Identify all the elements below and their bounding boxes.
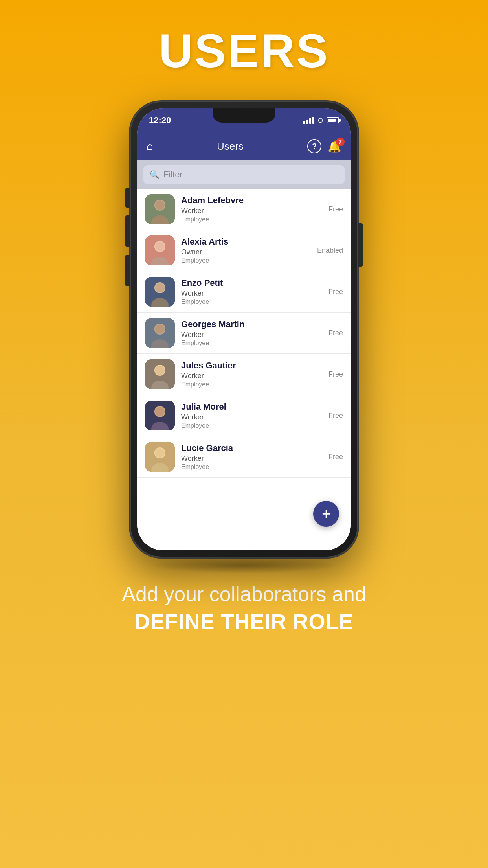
user-info: Alexia Artis Owner Employee (181, 237, 311, 264)
user-role: Worker (181, 372, 322, 380)
header-title: Users (217, 140, 244, 153)
search-icon: 🔍 (150, 170, 160, 179)
status-icons: ⊜ (303, 116, 339, 125)
user-role: Worker (181, 331, 322, 339)
phone-shadow (150, 557, 338, 573)
app-header: ⌂ Users ? 🔔 7 (137, 132, 351, 160)
avatar (145, 277, 175, 307)
filter-placeholder: Filter (163, 169, 183, 180)
user-name: Lucie Garcia (181, 443, 322, 453)
avatar (145, 442, 175, 472)
user-status: Free (328, 329, 343, 337)
user-status: Free (328, 288, 343, 296)
wifi-icon: ⊜ (317, 116, 323, 125)
battery-icon (327, 117, 339, 123)
user-info: Enzo Petit Worker Employee (181, 278, 322, 305)
user-info: Julia Morel Worker Employee (181, 402, 322, 429)
user-status: Free (328, 370, 343, 379)
user-name: Julia Morel (181, 402, 322, 412)
svg-point-11 (155, 283, 165, 292)
svg-point-19 (155, 366, 165, 375)
user-role: Worker (181, 454, 322, 463)
page-title: USERS (159, 24, 329, 78)
svg-point-15 (155, 324, 165, 334)
avatar (145, 401, 175, 430)
user-role: Worker (181, 413, 322, 421)
user-name: Enzo Petit (181, 278, 322, 288)
tagline-line1: Add your collaborators and (122, 581, 366, 608)
header-right-icons: ? 🔔 7 (307, 139, 341, 153)
user-info: Adam Lefebvre Worker Employee (181, 195, 322, 223)
status-time: 12:20 (149, 115, 171, 125)
list-item[interactable]: Georges Martin Worker Employee Free (137, 313, 351, 354)
user-name: Adam Lefebvre (181, 195, 322, 206)
user-type: Employee (181, 381, 322, 388)
user-info: Georges Martin Worker Employee (181, 319, 322, 347)
volume-up-button (125, 215, 130, 247)
svg-point-7 (155, 242, 165, 251)
volume-down-button (125, 255, 130, 286)
user-name: Jules Gautier (181, 360, 322, 371)
notch (213, 108, 275, 123)
user-info: Lucie Garcia Worker Employee (181, 443, 322, 471)
list-item[interactable]: Alexia Artis Owner Employee Enabled (137, 230, 351, 271)
svg-point-3 (155, 200, 165, 210)
tagline: Add your collaborators and DEFINE THEIR … (122, 581, 366, 635)
power-button (358, 223, 363, 267)
user-role: Worker (181, 289, 322, 298)
user-list: Adam Lefebvre Worker Employee Free (137, 189, 351, 550)
filter-bar: 🔍 Filter (137, 160, 351, 189)
volume-mute-button (125, 188, 130, 208)
phone-wrapper: 12:20 ⊜ ⌂ Users ? 🔔 (130, 101, 358, 557)
help-icon[interactable]: ? (307, 139, 321, 153)
user-role: Owner (181, 248, 311, 256)
notification-bell[interactable]: 🔔 7 (328, 140, 341, 153)
avatar (145, 235, 175, 265)
user-info: Jules Gautier Worker Employee (181, 360, 322, 388)
filter-input-wrapper[interactable]: 🔍 Filter (143, 165, 345, 184)
user-type: Employee (181, 422, 322, 429)
user-name: Georges Martin (181, 319, 322, 329)
user-type: Employee (181, 340, 322, 347)
user-type: Employee (181, 463, 322, 471)
user-status: Free (328, 453, 343, 461)
user-status: Free (328, 412, 343, 420)
user-type: Employee (181, 216, 322, 223)
add-user-button[interactable]: + (313, 501, 339, 527)
list-item[interactable]: Jules Gautier Worker Employee Free (137, 354, 351, 395)
home-icon[interactable]: ⌂ (147, 140, 153, 153)
phone-screen: 12:20 ⊜ ⌂ Users ? 🔔 (137, 108, 351, 550)
list-item[interactable]: Julia Morel Worker Employee Free (137, 395, 351, 436)
list-item[interactable]: Lucie Garcia Worker Employee Free (137, 436, 351, 478)
avatar (145, 194, 175, 224)
svg-point-27 (155, 448, 165, 458)
list-item[interactable]: Enzo Petit Worker Employee Free (137, 271, 351, 313)
user-role: Worker (181, 207, 322, 215)
signal-icon (303, 117, 314, 124)
avatar (145, 359, 175, 389)
notification-badge: 7 (336, 138, 345, 146)
avatar (145, 318, 175, 348)
tagline-line2: DEFINE THEIR ROLE (122, 608, 366, 635)
user-status: Enabled (317, 246, 343, 255)
list-item[interactable]: Adam Lefebvre Worker Employee Free (137, 189, 351, 230)
user-name: Alexia Artis (181, 237, 311, 247)
svg-point-23 (155, 407, 165, 416)
user-type: Employee (181, 257, 311, 264)
user-type: Employee (181, 298, 322, 305)
user-status: Free (328, 205, 343, 213)
